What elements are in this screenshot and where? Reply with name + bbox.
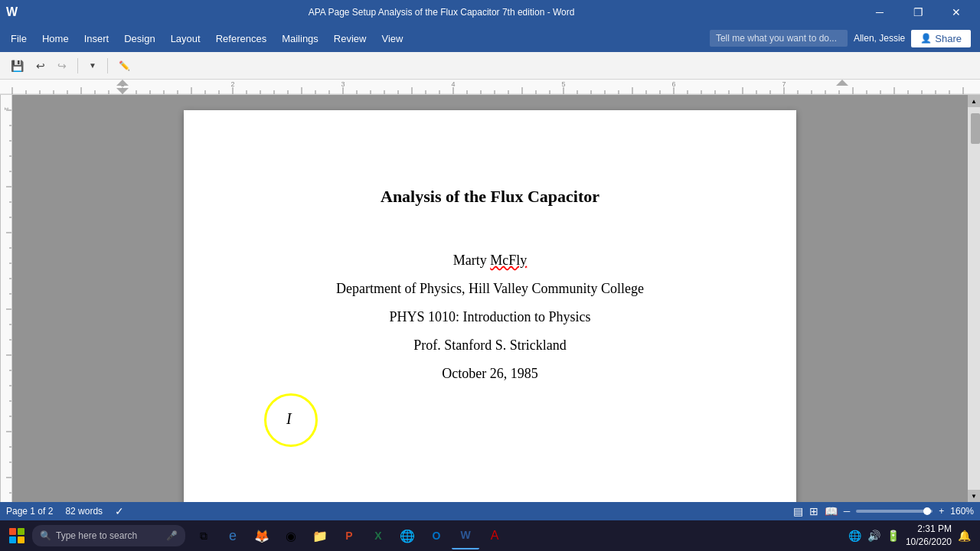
menu-design[interactable]: Design xyxy=(116,28,162,49)
zoom-minus-button[interactable]: ─ xyxy=(844,506,851,517)
status-bar: Page 1 of 2 82 words ✓ ▤ ⊞ 📖 ─ + 160% xyxy=(0,502,980,520)
menu-references[interactable]: References xyxy=(208,28,274,49)
menu-insert[interactable]: Insert xyxy=(77,28,117,49)
scroll-up-arrow[interactable]: ▲ xyxy=(968,95,980,107)
svg-text:4: 4 xyxy=(451,80,455,88)
scroll-track[interactable] xyxy=(968,107,980,490)
edge-icon[interactable]: e xyxy=(219,522,247,549)
svg-rect-0 xyxy=(0,80,980,94)
menu-file[interactable]: File xyxy=(3,28,34,49)
scroll-down-arrow[interactable]: ▼ xyxy=(968,490,980,502)
document-institution: Department of Physics, Hill Valley Commu… xyxy=(260,281,720,297)
undo-button[interactable]: ↩ xyxy=(31,57,50,75)
file-explorer-icon[interactable]: 📁 xyxy=(306,522,334,549)
user-name: Allen, Jessie xyxy=(854,33,905,44)
cortana-icon[interactable]: ◉ xyxy=(277,522,305,549)
doc-scroll[interactable]: I Analysis of the Flux Capacitor Marty M… xyxy=(12,95,968,502)
battery-icon: 🔋 xyxy=(887,530,900,542)
zoom-thumb xyxy=(923,507,931,515)
save-button[interactable]: 💾 xyxy=(6,57,28,75)
author-first-name: Marty xyxy=(453,253,491,268)
svg-text:5: 5 xyxy=(561,80,565,88)
excel-icon[interactable]: X xyxy=(364,522,392,549)
svg-text:6: 6 xyxy=(671,80,675,88)
title-bar: W APA Page Setup Analysis of the Flux Ca… xyxy=(0,0,980,24)
horizontal-ruler: 1 2 3 4 5 6 7 xyxy=(0,80,980,95)
menu-layout[interactable]: Layout xyxy=(163,28,208,49)
print-layout-icon[interactable]: ▤ xyxy=(793,505,803,517)
page-content: Analysis of the Flux Capacitor Marty McF… xyxy=(260,187,720,382)
word-taskbar-icon[interactable]: W xyxy=(452,522,479,549)
v-ruler-svg: 1 xyxy=(0,95,12,502)
microphone-icon[interactable]: 🎤 xyxy=(166,530,178,541)
text-cursor: I xyxy=(286,410,292,428)
svg-text:2: 2 xyxy=(230,80,234,88)
main-area: 1 I Analysis of the Flux Capacitor Marty… xyxy=(0,95,980,502)
zoom-slider[interactable] xyxy=(856,510,933,513)
toolbar-sep xyxy=(77,58,78,73)
menu-view[interactable]: View xyxy=(374,28,410,49)
ruler-svg: 1 2 3 4 5 6 7 xyxy=(0,80,980,94)
spell-check-icon[interactable]: ✓ xyxy=(115,505,124,517)
document-author: Marty McFly xyxy=(260,253,720,269)
task-view-button[interactable]: ⧉ xyxy=(190,522,217,549)
taskbar-icons: ⧉ e 🦊 ◉ 📁 P X 🌐 O W A xyxy=(190,522,508,549)
windows-logo xyxy=(9,528,24,543)
document-professor: Prof. Stanford S. Strickland xyxy=(260,337,720,354)
zoom-level: 160% xyxy=(950,506,974,517)
web-layout-icon[interactable]: ⊞ xyxy=(809,505,818,517)
word-count: 82 words xyxy=(65,506,103,517)
title-bar-left: W xyxy=(6,5,21,19)
search-icon: 🔍 xyxy=(40,530,51,541)
acrobat-icon[interactable]: A xyxy=(481,522,508,549)
search-placeholder: Type here to search xyxy=(56,530,137,541)
title-bar-title: APA Page Setup Analysis of the Flux Capa… xyxy=(21,7,862,18)
customize-button[interactable]: ▼ xyxy=(84,58,101,73)
menu-bar-right: Allen, Jessie 👤 Share xyxy=(710,30,977,47)
powerpoint-icon[interactable]: P xyxy=(335,522,363,549)
mode-indicator: ✏️ xyxy=(114,60,135,71)
toolbar-sep-2 xyxy=(107,58,108,73)
chrome-icon[interactable]: 🌐 xyxy=(394,522,421,549)
menu-home[interactable]: Home xyxy=(34,28,77,49)
zoom-plus-button[interactable]: + xyxy=(939,506,944,517)
redo-button[interactable]: ↪ xyxy=(53,57,71,75)
scroll-thumb[interactable] xyxy=(971,113,980,144)
svg-text:1: 1 xyxy=(3,107,10,111)
network-icon[interactable]: 🌐 xyxy=(848,530,861,542)
share-button[interactable]: 👤 Share xyxy=(911,30,971,47)
firefox-icon[interactable]: 🦊 xyxy=(248,522,276,549)
taskbar-time[interactable]: 2:31 PM 10/26/2020 xyxy=(906,523,952,549)
left-vertical-ruler: 1 xyxy=(0,95,12,502)
start-button[interactable] xyxy=(3,522,31,549)
status-right: ▤ ⊞ 📖 ─ + 160% xyxy=(793,505,974,517)
volume-icon[interactable]: 🔊 xyxy=(867,530,880,542)
menu-mailings[interactable]: Mailings xyxy=(274,28,326,49)
minimize-button[interactable]: ─ xyxy=(862,0,897,24)
close-button[interactable]: ✕ xyxy=(939,0,974,24)
menu-review[interactable]: Review xyxy=(326,28,374,49)
document-date: October 26, 1985 xyxy=(260,366,720,382)
toolbar: 💾 ↩ ↪ ▼ ✏️ xyxy=(0,52,980,80)
document-title: Analysis of the Flux Capacitor xyxy=(260,187,720,207)
notification-icon[interactable]: 🔔 xyxy=(958,530,971,542)
taskbar-search[interactable]: 🔍 Type here to search 🎤 xyxy=(32,525,185,546)
read-mode-icon[interactable]: 📖 xyxy=(825,505,838,517)
tell-me-input[interactable] xyxy=(710,30,848,47)
document-course: PHYS 1010: Introduction to Physics xyxy=(260,309,720,325)
outlook-icon[interactable]: O xyxy=(423,522,450,549)
taskbar: 🔍 Type here to search 🎤 ⧉ e 🦊 ◉ 📁 P X 🌐 … xyxy=(0,520,980,551)
svg-text:7: 7 xyxy=(782,80,786,88)
share-icon: 👤 xyxy=(920,33,932,44)
restore-button[interactable]: ❐ xyxy=(900,0,936,24)
vertical-scrollbar[interactable]: ▲ ▼ xyxy=(968,95,980,502)
page-count: Page 1 of 2 xyxy=(6,506,53,517)
author-last-name: McFly xyxy=(490,253,527,268)
document-page: I Analysis of the Flux Capacitor Marty M… xyxy=(184,110,796,502)
word-icon: W xyxy=(6,5,18,19)
title-bar-controls: ─ ❐ ✕ xyxy=(862,0,974,24)
taskbar-right: 🌐 🔊 🔋 2:31 PM 10/26/2020 🔔 xyxy=(848,523,977,549)
share-label: Share xyxy=(935,33,962,44)
svg-text:3: 3 xyxy=(341,80,345,88)
yellow-circle-annotation xyxy=(264,393,318,447)
